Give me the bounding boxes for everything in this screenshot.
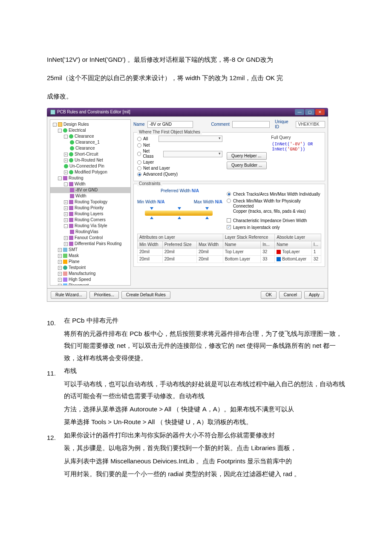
rules-tree[interactable]: -Design Rules -Electrical -Clearance Cle… (50, 119, 131, 286)
create-default-button[interactable]: Create Default Rules (121, 291, 170, 299)
tree-plane[interactable]: Plane (69, 259, 80, 264)
radio-check-individual[interactable] (227, 192, 231, 196)
layer-swatch-icon (277, 257, 281, 261)
tree-manufacturing[interactable]: Manufacturing (69, 271, 95, 276)
col-i[interactable]: I... (311, 241, 321, 249)
name-input[interactable]: -8V or GND (147, 121, 193, 128)
tree-width[interactable]: Width (75, 182, 86, 187)
expand-icon[interactable]: - (64, 135, 68, 139)
radio-check-physical[interactable] (227, 199, 231, 203)
query-builder-button[interactable]: Query Builder ... (227, 162, 267, 169)
table-row[interactable]: 20mil 20mil 20mil Top Layer 32 TopLayer … (138, 249, 321, 256)
rule-wizard-button[interactable]: Rule Wizard... (51, 291, 87, 299)
expand-icon[interactable]: + (58, 266, 62, 270)
tree-unconnected[interactable]: Un-Connected Pin (69, 164, 104, 169)
attributes-table[interactable]: Attributes on Layer Layer Stack Referenc… (137, 234, 321, 263)
max-width-value: N/A (215, 199, 222, 204)
expand-icon[interactable]: - (64, 224, 68, 228)
comment-input[interactable] (232, 121, 270, 128)
all-dropdown[interactable] (159, 136, 222, 142)
expand-icon[interactable]: - (53, 123, 57, 127)
expand-icon[interactable]: - (58, 129, 62, 133)
expand-icon[interactable]: + (58, 248, 62, 252)
tree-layers[interactable]: Routing Layers (75, 211, 103, 217)
minimize-button[interactable]: — (295, 109, 304, 115)
tree-unrouted[interactable]: Un-Routed Net (75, 158, 103, 163)
cancel-button[interactable]: Cancel (279, 291, 302, 299)
radio-layer[interactable] (137, 160, 141, 165)
expand-icon[interactable]: + (64, 159, 68, 162)
expand-icon[interactable]: - (58, 176, 62, 180)
item-11-p3: 菜单选择 Tools > Un-Route > All （ 快捷键 U，A）取消… (64, 416, 345, 428)
expand-icon[interactable]: + (64, 200, 68, 204)
priorities-button[interactable]: Priorities... (89, 291, 119, 299)
expand-icon[interactable]: + (58, 272, 62, 276)
tree-rvias[interactable]: RoutingVias (75, 229, 98, 234)
tree-smt[interactable]: SMT (69, 247, 78, 252)
expand-icon[interactable]: + (64, 236, 68, 240)
opt-impedance-label: Characteristic Impedance Driven Width (233, 218, 307, 223)
tree-modpoly[interactable]: Modified Polygon (75, 170, 107, 175)
name-label: Name (133, 122, 145, 127)
tree-short[interactable]: Short-Circuit (75, 152, 98, 157)
tree-fanout[interactable]: Fanout Control (75, 235, 103, 240)
rule-icon (69, 200, 73, 204)
width-preview-icon (137, 206, 220, 220)
col-abs-name[interactable]: Name (275, 241, 311, 249)
tree-priority[interactable]: Routing Priority (75, 205, 104, 211)
checkbox-impedance[interactable] (227, 218, 231, 223)
tree-topology[interactable]: Routing Topology (75, 199, 107, 205)
tree-clearance-1[interactable]: Clearance_1 (75, 140, 100, 145)
expand-icon[interactable]: + (64, 242, 68, 246)
query-helper-button[interactable]: Query Helper ... (227, 152, 267, 160)
col-preferred[interactable]: Preferred Size (162, 241, 196, 249)
maximize-button[interactable]: ▢ (305, 109, 314, 115)
checkbox-layerstack[interactable]: ✓ (227, 225, 231, 229)
ok-button[interactable]: OK (261, 291, 276, 299)
col-index[interactable]: In... (261, 241, 275, 249)
tree-testpoint[interactable]: Testpoint (69, 265, 86, 270)
tree-electrical[interactable]: Electrical (69, 128, 86, 133)
tree-mask[interactable]: Mask (69, 253, 79, 258)
expand-icon[interactable]: + (64, 218, 68, 222)
tree-viastyle[interactable]: Routing Via Style (75, 223, 107, 228)
tree-clearance-2[interactable]: Clearance (75, 146, 95, 151)
expand-icon[interactable]: + (64, 153, 68, 156)
apply-button[interactable]: Apply (304, 291, 324, 299)
tree-placement[interactable]: Placement (69, 283, 89, 286)
col-name[interactable]: Name (223, 241, 260, 249)
max-width-label: Max Width (194, 199, 214, 204)
constraints-group: Constraints Preferred Width N/A Min Widt… (133, 184, 325, 267)
expand-icon[interactable]: + (58, 284, 62, 286)
tree-diff[interactable]: Differential Pairs Routing (75, 241, 121, 246)
expand-icon[interactable]: - (64, 182, 68, 186)
tree-corners[interactable]: Routing Corners (75, 217, 106, 223)
tree-width-2[interactable]: Width (75, 194, 86, 199)
radio-net[interactable] (137, 143, 141, 147)
close-button[interactable]: ✕ (315, 109, 325, 115)
expand-icon[interactable]: + (64, 206, 68, 210)
list-number-10: 10. (47, 315, 64, 365)
radio-netlayer[interactable] (137, 166, 141, 171)
col-max-width[interactable]: Max Width (196, 241, 223, 249)
unique-id-input[interactable]: VHEKYIBK (296, 121, 325, 128)
preferred-width-label: Preferred Width (161, 188, 190, 193)
radio-all[interactable] (137, 137, 141, 141)
expand-icon[interactable]: + (58, 260, 62, 264)
radio-advanced[interactable] (137, 172, 141, 176)
expand-icon[interactable]: + (64, 212, 68, 216)
netclass-dropdown[interactable] (163, 151, 222, 157)
tree-clearance[interactable]: Clearance (75, 134, 94, 139)
table-row[interactable]: 20mil 20mil 20mil Bottom Layer 33 Bottom… (138, 256, 321, 263)
layer-stack-ref-header: Layer Stack Reference (223, 234, 275, 241)
col-min-width[interactable]: Min Width (138, 241, 163, 249)
full-query-text[interactable]: (InNet('-8V') OR InNet('GND')) (271, 141, 321, 153)
tree-root[interactable]: Design Rules (63, 122, 89, 127)
expand-icon[interactable]: + (58, 254, 62, 258)
radio-netclass[interactable] (137, 152, 141, 156)
expand-icon[interactable]: + (64, 171, 68, 174)
tree-routing[interactable]: Routing (69, 176, 83, 181)
tree-selected-rule[interactable]: -8V or GND (75, 188, 98, 193)
expand-icon[interactable]: + (58, 278, 62, 282)
tree-highspeed[interactable]: High Speed (69, 277, 91, 282)
